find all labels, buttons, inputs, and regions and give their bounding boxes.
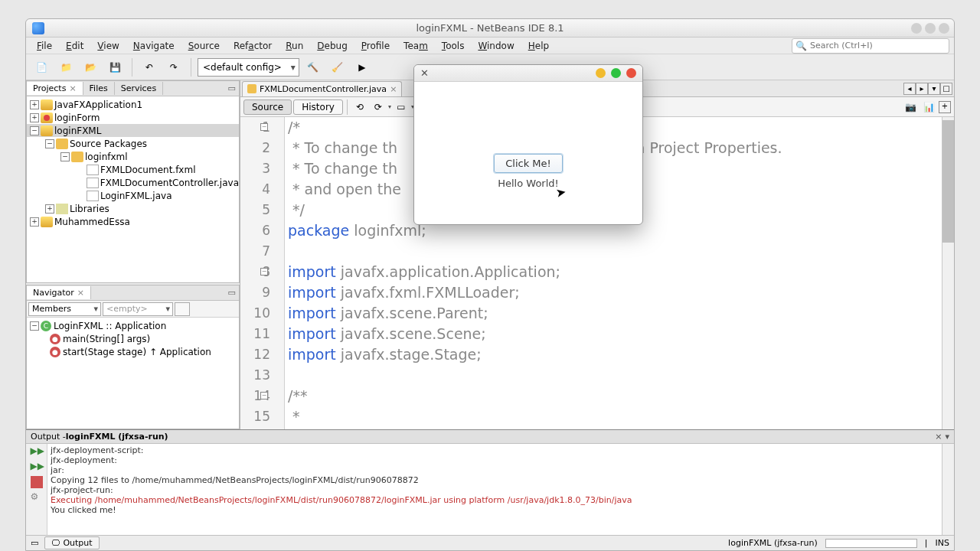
minimize-button[interactable]	[911, 23, 922, 34]
build-button[interactable]: 🔨	[302, 57, 324, 78]
vertical-scrollbar[interactable]	[942, 117, 954, 429]
tab-list-button[interactable]: ▾	[928, 83, 940, 95]
tab-services[interactable]: Services	[115, 82, 163, 95]
left-column: Projects× Files Services ▭ +JavaFXApplic…	[26, 80, 240, 429]
quick-search[interactable]: 🔍	[792, 38, 949, 54]
nav-method-node[interactable]: ●start(Stage stage) ↑ Application	[27, 345, 239, 358]
fold-icon[interactable]: −	[260, 123, 268, 131]
fx-body: Click Me! Hello World!	[414, 82, 642, 189]
minimize-panel-icon[interactable]: ▭	[225, 83, 239, 93]
tree-node[interactable]: +MuhammedEssa	[27, 215, 239, 228]
tree-node[interactable]: +Libraries	[27, 202, 239, 215]
project-tree[interactable]: +JavaFXApplication1 +loginForm −loginFXM…	[27, 96, 239, 282]
save-all-button[interactable]: 💾	[104, 57, 126, 78]
maximize-editor-button[interactable]: □	[940, 83, 952, 95]
tree-node[interactable]: LoginFXML.java	[27, 189, 239, 202]
toolbar-icon[interactable]: ▭	[393, 99, 410, 116]
undo-button[interactable]: ↶	[139, 57, 160, 78]
menu-file[interactable]: File	[31, 39, 58, 53]
output-text[interactable]: jfx-deployment-script: jfx-deployment: j…	[47, 444, 942, 535]
output-scrollbar[interactable]	[942, 444, 954, 535]
close-button[interactable]	[626, 68, 636, 78]
close-output-icon[interactable]: ×	[935, 432, 942, 442]
menu-view[interactable]: View	[91, 39, 125, 53]
zoom-button[interactable]	[611, 68, 621, 78]
menu-source[interactable]: Source	[182, 39, 226, 53]
menu-profile[interactable]: Profile	[355, 39, 396, 53]
close-tab-icon[interactable]: ×	[390, 84, 397, 94]
projects-tabs: Projects× Files Services ▭	[27, 81, 239, 96]
new-project-button[interactable]: 📁	[55, 57, 77, 78]
javafx-app-window[interactable]: ✕ Click Me! Hello World!	[413, 64, 643, 225]
menu-window[interactable]: Window	[472, 39, 520, 53]
menu-help[interactable]: Help	[522, 39, 555, 53]
navigator-panel: Navigator× ▭ Members <empty> −CLoginFXML…	[26, 285, 240, 429]
run-button[interactable]: ▶	[351, 57, 373, 78]
close-button[interactable]	[939, 23, 949, 34]
redo-button[interactable]: ↷	[163, 57, 185, 78]
projects-panel: Projects× Files Services ▭ +JavaFXApplic…	[26, 80, 240, 283]
click-me-button[interactable]: Click Me!	[494, 154, 563, 173]
menu-team[interactable]: Team	[397, 39, 434, 53]
statusbar: ▭ 🖵Output loginFXML (jfxsa-run) | INS	[26, 535, 954, 550]
maximize-button[interactable]	[925, 23, 936, 34]
close-icon[interactable]: ×	[69, 83, 76, 93]
titlebar: loginFXML - NetBeans IDE 8.1	[26, 19, 954, 37]
fx-titlebar[interactable]: ✕	[414, 65, 642, 82]
menu-debug[interactable]: Debug	[311, 39, 353, 53]
minimize-panel-icon[interactable]: ▭	[225, 288, 239, 298]
fold-icon[interactable]: −	[260, 268, 268, 276]
filter-combo[interactable]: <empty>	[103, 302, 173, 316]
tree-node[interactable]: +loginForm	[27, 111, 239, 124]
nav-method-node[interactable]: ●main(String[] args)	[27, 332, 239, 345]
fold-icon[interactable]: −	[260, 392, 268, 399]
toolbar-icon[interactable]: 📊	[920, 99, 937, 116]
stop-icon[interactable]	[31, 476, 43, 488]
toolbar-icon[interactable]: 📷	[902, 99, 919, 116]
new-file-button[interactable]: 📄	[31, 57, 52, 78]
minimize-output-icon[interactable]: ▾	[945, 432, 949, 442]
settings-icon[interactable]: ⚙	[31, 491, 43, 504]
tree-node[interactable]: FXMLDocument.fxml	[27, 163, 239, 176]
status-left-icon[interactable]: ▭	[31, 538, 38, 548]
source-tab[interactable]: Source	[243, 99, 292, 115]
menu-refactor[interactable]: Refactor	[227, 39, 278, 53]
close-icon[interactable]: ×	[77, 288, 84, 298]
toolbar-icon[interactable]: ⟳	[370, 99, 387, 116]
tree-node-selected[interactable]: −loginFXML	[27, 124, 239, 137]
tab-navigator[interactable]: Navigator×	[27, 286, 91, 299]
clean-build-button[interactable]: 🧹	[327, 57, 348, 78]
config-combo[interactable]: <default config>	[198, 58, 299, 77]
status-task: loginFXML (jfxsa-run)	[728, 538, 818, 548]
tab-projects[interactable]: Projects×	[27, 82, 83, 95]
menu-navigate[interactable]: Navigate	[127, 39, 181, 53]
status-ins: INS	[936, 538, 949, 548]
navigator-tree[interactable]: −CLoginFXML :: Application ●main(String[…	[27, 318, 239, 429]
prev-tab-button[interactable]: ◂	[903, 83, 916, 95]
history-tab[interactable]: History	[293, 99, 343, 115]
tree-node[interactable]: +JavaFXApplication1	[27, 98, 239, 111]
tab-files[interactable]: Files	[83, 82, 115, 95]
members-combo[interactable]: Members	[28, 302, 101, 316]
filter-button[interactable]	[175, 302, 190, 316]
menu-edit[interactable]: Edit	[60, 39, 90, 53]
next-tab-button[interactable]: ▸	[916, 83, 928, 95]
menu-run[interactable]: Run	[279, 39, 309, 53]
run-icon[interactable]: ▶▶	[31, 461, 43, 473]
editor-tab[interactable]: FXMLDocumentController.java ×	[242, 81, 402, 96]
navigator-tabs: Navigator× ▭	[27, 285, 239, 301]
minimize-button[interactable]	[596, 68, 606, 78]
search-input[interactable]	[810, 41, 949, 51]
open-button[interactable]: 📂	[80, 57, 101, 78]
separator	[132, 58, 132, 77]
rerun-icon[interactable]: ▶▶	[31, 445, 43, 458]
tree-node[interactable]: −loginfxml	[27, 150, 239, 163]
expand-icon[interactable]: +	[939, 101, 951, 113]
nav-class-node[interactable]: −CLoginFXML :: Application	[27, 319, 239, 332]
menu-tools[interactable]: Tools	[436, 39, 471, 53]
tree-node[interactable]: FXMLDocumentController.java	[27, 176, 239, 189]
output-tab-button[interactable]: 🖵Output	[44, 536, 99, 549]
toolbar-icon[interactable]: ⟲	[351, 99, 368, 116]
window-controls	[911, 23, 949, 34]
tree-node[interactable]: −Source Packages	[27, 137, 239, 150]
